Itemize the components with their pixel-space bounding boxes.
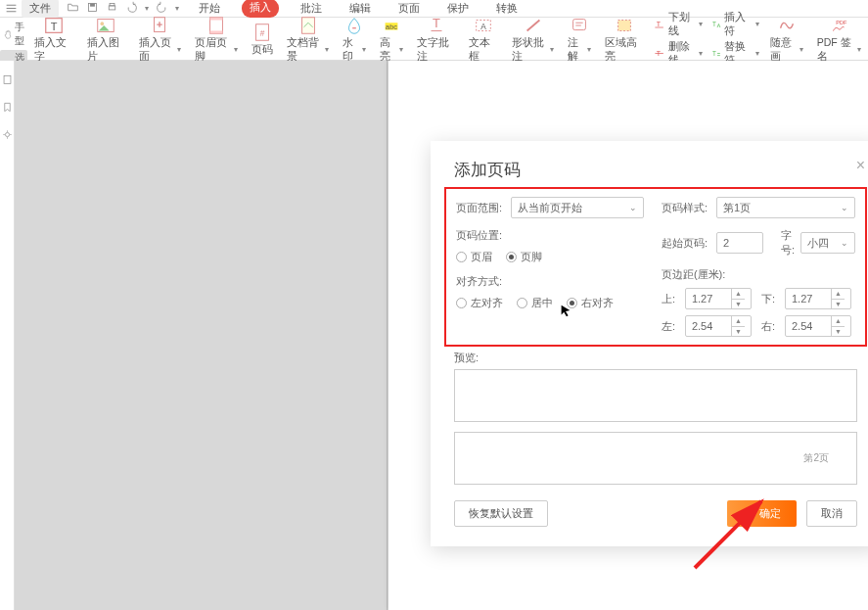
chevron-down-icon: ▾	[362, 45, 366, 54]
dialog-close-button[interactable]: ×	[856, 157, 865, 174]
svg-rect-1	[90, 3, 95, 6]
header-footer-icon	[206, 15, 227, 36]
style-label: 页码样式:	[662, 201, 710, 215]
margin-bottom-label: 下:	[761, 292, 779, 306]
insert-text[interactable]: T 插入文字	[27, 18, 79, 60]
svg-line-29	[695, 501, 761, 568]
svg-rect-14	[301, 17, 314, 33]
svg-text:T: T	[712, 50, 716, 57]
textbox[interactable]: A 文本框	[462, 18, 504, 60]
hand-tool[interactable]: 手型	[0, 20, 27, 49]
chevron-down-icon: ⌄	[841, 238, 848, 248]
chevron-down-icon: ▾	[234, 45, 238, 54]
svg-rect-27	[4, 75, 11, 83]
area-highlight[interactable]: 区域高亮	[598, 18, 650, 60]
radio-align-right[interactable]: 右对齐	[567, 296, 614, 310]
cursor-icon	[559, 304, 572, 317]
annotation-note[interactable]: 注解▾	[561, 18, 598, 60]
preview-pane-1	[454, 369, 857, 422]
ribbon-tool-mode: 手型 选择	[0, 18, 27, 60]
range-label: 页面范围:	[456, 201, 505, 215]
underline[interactable]: T下划线▾	[654, 11, 703, 38]
page-plus-icon	[149, 15, 170, 36]
watermark[interactable]: 水印▾	[336, 18, 373, 60]
margin-left-label: 左:	[662, 319, 679, 334]
align-label: 对齐方式:	[456, 274, 502, 289]
pagenum-icon: #	[251, 22, 273, 43]
margin-left-input[interactable]: ▲▼	[685, 315, 752, 337]
image-icon	[95, 15, 116, 36]
highlighted-form-area: 页面范围: 从当前页开始 ⌄ 页码位置: 页眉 页脚 对齐方式:	[444, 187, 867, 347]
open-icon[interactable]	[67, 1, 79, 16]
pdf-sign[interactable]: PDF PDF 签名▾	[810, 18, 868, 60]
scribble[interactable]: 随意画▾	[763, 18, 810, 60]
highlight[interactable]: abc 高亮▾	[373, 18, 410, 60]
area-hl-icon	[614, 15, 635, 36]
text-annot-icon: T	[426, 15, 447, 36]
shape-annotation[interactable]: 形状批注▾	[505, 18, 562, 60]
font-label: 字号:	[781, 228, 795, 258]
svg-point-28	[5, 132, 9, 136]
chevron-down-icon: ▾	[399, 45, 403, 54]
settings-icon[interactable]	[2, 129, 13, 143]
svg-rect-2	[109, 6, 115, 10]
redo-dropdown[interactable]: ▾	[175, 4, 179, 13]
radio-footer[interactable]: 页脚	[506, 250, 542, 264]
insert-page[interactable]: 插入页面▾	[132, 18, 189, 60]
range-select[interactable]: 从当前页开始 ⌄	[511, 197, 644, 218]
doc-bg-icon	[297, 15, 319, 36]
ribbon: 手型 选择 T 插入文字 插入图片 插入页面▾ 页眉页脚▾ # 页码 文档背景▾…	[0, 18, 868, 61]
menu-icon[interactable]	[4, 2, 18, 16]
insert-mark[interactable]: T插入符▾	[710, 11, 759, 38]
page-number[interactable]: # 页码	[245, 18, 280, 60]
insert-image[interactable]: 插入图片	[80, 18, 132, 60]
svg-rect-20	[573, 19, 586, 29]
undo-dropdown[interactable]: ▾	[145, 4, 149, 13]
radio-align-center[interactable]: 居中	[517, 296, 553, 310]
left-sidebar	[0, 61, 15, 610]
margin-right-input[interactable]: ▲▼	[785, 315, 851, 337]
svg-rect-3	[110, 3, 114, 5]
undo-icon[interactable]	[125, 1, 138, 16]
doc-background[interactable]: 文档背景▾	[280, 18, 337, 60]
thumbnail-icon[interactable]	[2, 74, 13, 88]
start-input[interactable]	[716, 232, 763, 254]
cancel-button[interactable]: 取消	[806, 500, 857, 527]
tab-insert[interactable]: 插入	[242, 0, 279, 18]
svg-point-7	[101, 22, 105, 25]
margin-bottom-input[interactable]: ▲▼	[785, 288, 851, 309]
note-icon	[569, 15, 590, 36]
bookmark-icon[interactable]	[2, 102, 13, 116]
reset-button[interactable]: 恢复默认设置	[454, 500, 548, 527]
tab-convert[interactable]: 转换	[490, 0, 524, 18]
pdf-sign-icon: PDF	[828, 15, 849, 36]
svg-rect-10	[210, 17, 223, 20]
svg-text:T: T	[657, 21, 662, 27]
margin-top-input[interactable]: ▲▼	[685, 288, 752, 309]
margin-right-label: 右:	[761, 319, 779, 334]
style-select[interactable]: 第1页 ⌄	[716, 197, 855, 218]
chevron-down-icon: ▾	[325, 45, 329, 54]
highlight-icon: abc	[381, 15, 402, 36]
form-right-col: 页码样式: 第1页 ⌄ 起始页码: 字号: 小四 ⌄ 页边距(厘米):	[662, 197, 855, 337]
chevron-down-icon: ⌄	[841, 203, 848, 212]
header-footer[interactable]: 页眉页脚▾	[188, 18, 245, 60]
text-annotation[interactable]: T 文字批注	[410, 18, 462, 60]
chevron-down-icon: ▾	[799, 45, 803, 54]
font-select[interactable]: 小四 ⌄	[800, 232, 855, 254]
preview-page-label: 第2页	[803, 451, 829, 465]
chevron-down-icon: ▾	[857, 45, 861, 54]
start-label: 起始页码:	[662, 236, 710, 251]
radio-header[interactable]: 页眉	[456, 250, 492, 264]
dialog-title: 添加页码	[454, 159, 857, 181]
radio-align-left[interactable]: 左对齐	[456, 296, 503, 310]
svg-text:A: A	[480, 22, 486, 30]
chevron-down-icon: ⌄	[629, 203, 637, 212]
annotation-arrow	[685, 490, 793, 578]
position-label: 页码位置:	[456, 228, 502, 243]
textbox-icon: A	[473, 15, 494, 36]
svg-text:PDF: PDF	[837, 20, 848, 25]
svg-text:#: #	[259, 28, 264, 37]
svg-rect-21	[617, 20, 630, 30]
form-left-col: 页面范围: 从当前页开始 ⌄ 页码位置: 页眉 页脚 对齐方式:	[456, 197, 644, 337]
